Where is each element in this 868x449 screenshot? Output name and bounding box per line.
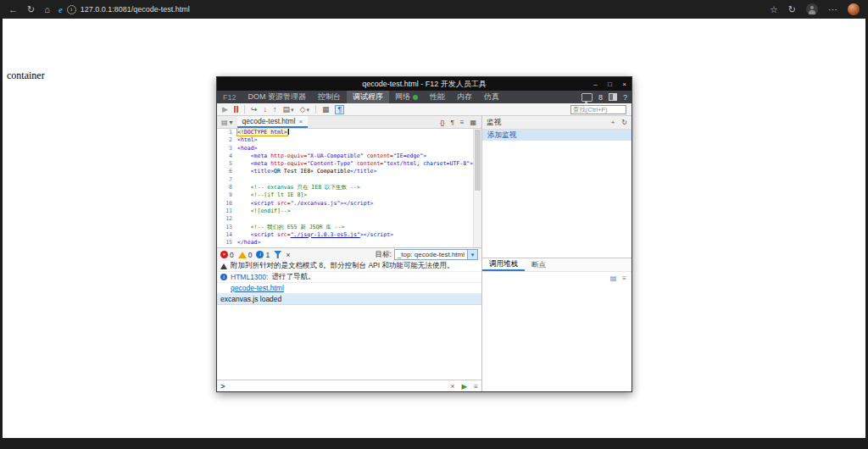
break-button[interactable] <box>234 106 238 113</box>
back-icon[interactable]: ← <box>8 4 18 14</box>
tab-performance[interactable]: 性能 <box>424 91 451 103</box>
line-number[interactable]: 5 <box>217 160 237 168</box>
source-list-icon[interactable]: ≡ <box>460 119 465 126</box>
code-line[interactable]: 7 <box>217 176 481 184</box>
code-line[interactable]: 15</head> <box>217 239 481 247</box>
console-input[interactable] <box>228 381 447 391</box>
tab-emulation[interactable]: 仿真 <box>478 91 505 103</box>
code-line[interactable]: 6 <title>QR Test IE8+ Compatible</title> <box>217 168 481 175</box>
line-number[interactable]: 7 <box>217 176 237 184</box>
line-number[interactable]: 13 <box>217 224 237 231</box>
line-number[interactable]: 12 <box>217 215 237 223</box>
code-line[interactable]: 1<!DOCTYPE html> <box>217 129 481 136</box>
line-number[interactable]: 8 <box>217 184 237 191</box>
code-line[interactable]: 8 <!-- excanvas 只在 IE8 以下生效 --> <box>217 184 481 191</box>
console-info-row[interactable]: i HTML1300: 进行了导航。 <box>217 272 481 283</box>
warning-count-badge[interactable]: 0 <box>238 251 253 259</box>
tab-memory[interactable]: 内存 <box>451 91 478 103</box>
error-count-badge[interactable]: ×0 <box>220 251 234 259</box>
ellipsis-menu-icon[interactable]: ⋯ <box>828 4 837 15</box>
url-text[interactable]: 127.0.0.1:8081/qecode-test.html <box>81 5 190 14</box>
file-picker-icon[interactable]: ▤▾ <box>217 119 237 126</box>
just-my-code-button[interactable]: ▦ <box>322 106 330 114</box>
refresh-watch-icon[interactable]: ↻ <box>621 119 627 126</box>
console-source-row[interactable]: qecode-test.html <box>217 283 481 294</box>
home-icon[interactable]: ⌂ <box>44 4 50 14</box>
add-watch-icon[interactable]: + <box>611 119 615 126</box>
clear-console-icon[interactable]: × <box>286 251 290 259</box>
tab-breakpoints[interactable]: 断点 <box>525 258 553 271</box>
line-number[interactable]: 15 <box>217 239 237 247</box>
unpin-window-icon[interactable] <box>609 93 617 101</box>
tab-dom-explorer[interactable]: DOM 资源管理器 <box>242 91 313 103</box>
step-over-button[interactable]: ↪ <box>251 106 258 114</box>
line-number[interactable]: 2 <box>217 136 237 144</box>
code-line[interactable]: 5 <meta http-equiv="Content-Type" conten… <box>217 160 481 168</box>
code-editor[interactable]: 1<!DOCTYPE html>2<html>3<head>4 <meta ht… <box>217 129 481 247</box>
line-number[interactable]: 1 <box>217 129 237 136</box>
address-bar[interactable]: e i 127.0.0.1:8081/qecode-test.html <box>58 4 190 14</box>
line-number[interactable]: 4 <box>217 152 237 160</box>
editor-scrollbar-thumb[interactable] <box>475 130 481 191</box>
console-warning-row[interactable]: 附加到所针对的是文档模式 8。部分控制台 API 和功能可能无法使用。 <box>217 261 481 272</box>
run-script-icon[interactable]: ▶ <box>461 382 467 391</box>
line-number[interactable]: 10 <box>217 200 237 208</box>
console-source-link[interactable]: qecode-test.html <box>231 284 284 292</box>
file-tab-qecode-test[interactable]: qecode-test.html × <box>237 116 309 128</box>
line-number[interactable]: 11 <box>217 208 237 215</box>
editor-scrollbar[interactable] <box>473 129 481 247</box>
code-line[interactable]: 9 <!--[if lt IE 8]> <box>217 191 481 199</box>
target-dropdown[interactable]: _top: qecode-test.html ▾ <box>394 249 478 260</box>
code-line[interactable]: 11 <![endif]--> <box>217 208 481 215</box>
step-into-button[interactable]: ↓ <box>263 106 267 114</box>
debug-attach-toggle[interactable]: ¶ <box>335 105 344 114</box>
help-icon[interactable]: ? <box>623 93 627 102</box>
document-mode-icon[interactable] <box>581 93 593 102</box>
break-on-worker-button[interactable]: ▤▾ <box>282 106 293 114</box>
user-avatar[interactable] <box>848 3 860 15</box>
pretty-print-icon[interactable]: {} <box>440 119 444 126</box>
code-line[interactable]: 13 <!-- 我们的 ES5 新 JSQR 库 --> <box>217 224 481 231</box>
code-line[interactable]: 4 <meta http-equiv="X-UA-Compatible" con… <box>217 152 481 160</box>
console-log-row[interactable]: excanvas.js loaded <box>217 294 481 305</box>
code-line[interactable]: 2<html> <box>217 136 481 144</box>
maximize-button[interactable]: □ <box>603 77 617 91</box>
word-wrap-icon[interactable]: ¶ <box>450 119 453 126</box>
code-line[interactable]: 10 <script src="./excanvas.js"></script> <box>217 200 481 208</box>
console-clear-icon[interactable]: × <box>451 382 455 391</box>
tab-callstack[interactable]: 调用堆栈 <box>482 258 525 271</box>
tab-network[interactable]: 网络 <box>389 91 424 103</box>
code-line[interactable]: 12 <box>217 215 481 223</box>
source-grid-icon[interactable]: ▦ <box>470 119 476 126</box>
add-watch-item[interactable]: 添加监视 <box>482 130 632 141</box>
profile-icon[interactable] <box>806 3 818 15</box>
line-number[interactable]: 9 <box>217 191 237 199</box>
continue-button[interactable]: ▶ <box>222 106 228 114</box>
site-info-icon[interactable]: i <box>67 5 76 14</box>
sync-icon[interactable]: ↻ <box>788 4 796 15</box>
tab-debugger[interactable]: 调试程序 <box>347 91 389 103</box>
stack-frames-icon[interactable]: ▤ <box>610 274 617 282</box>
line-number[interactable]: 6 <box>217 168 237 175</box>
filter-icon[interactable] <box>274 251 281 258</box>
info-count-badge[interactable]: i1 <box>256 251 270 259</box>
exception-settings-button[interactable]: ◇▾ <box>300 106 309 114</box>
code-line[interactable]: 14 <script src="./jsqr-1.0.3-es5.js"></s… <box>217 231 481 239</box>
favorites-star-icon[interactable]: ☆ <box>770 4 778 15</box>
stack-menu-icon[interactable]: ≡ <box>622 274 626 282</box>
refresh-icon[interactable]: ↻ <box>27 4 35 15</box>
line-number[interactable]: 14 <box>217 231 237 239</box>
line-number[interactable]: 3 <box>217 145 237 152</box>
multiline-mode-icon[interactable]: ≡ <box>474 382 478 391</box>
document-mode-value[interactable]: 8 <box>598 93 603 102</box>
close-button[interactable]: × <box>617 77 632 91</box>
search-input[interactable] <box>570 105 626 114</box>
line-number[interactable]: 16 <box>217 247 237 247</box>
step-out-button[interactable]: ↑ <box>273 106 277 114</box>
tab-console[interactable]: 控制台 <box>312 91 347 103</box>
code-line[interactable]: 16 <box>217 247 481 247</box>
devtools-titlebar[interactable]: qecode-test.html - F12 开发人员工具 – □ × <box>217 77 632 91</box>
minimize-button[interactable]: – <box>588 77 603 91</box>
chevron-down-icon[interactable]: ▾ <box>467 250 477 259</box>
code-line[interactable]: 3<head> <box>217 145 481 152</box>
